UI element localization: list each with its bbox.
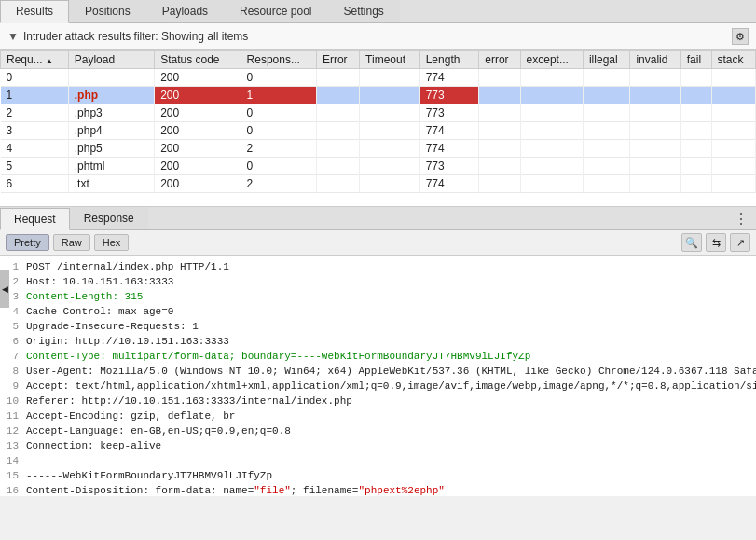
code-line: 14 xyxy=(0,453,756,468)
col-header-payload[interactable]: Payload xyxy=(68,51,154,69)
line-content: Cache-Control: max-age=0 xyxy=(26,304,756,319)
format-pretty-btn[interactable]: Pretty xyxy=(6,234,49,251)
table-row[interactable]: 0 200 0 774 xyxy=(1,69,756,87)
code-line: 3Content-Length: 315 xyxy=(0,289,756,304)
tab-results[interactable]: Results xyxy=(0,0,69,23)
line-number: 11 xyxy=(0,408,26,423)
line-content: Connection: keep-alive xyxy=(26,438,756,453)
line-number: 13 xyxy=(0,438,26,453)
col-header-status[interactable]: Status code xyxy=(155,51,241,69)
code-line: 5Upgrade-Insecure-Requests: 1 xyxy=(0,319,756,334)
line-number: 7 xyxy=(0,349,26,364)
line-content: Referer: http://10.10.151.163:3333/inter… xyxy=(26,394,756,408)
top-tabs-bar: Results Positions Payloads Resource pool… xyxy=(0,0,756,23)
code-line: 6Origin: http://10.10.151.163:3333 xyxy=(0,334,756,349)
line-content xyxy=(26,453,756,468)
line-content: Upgrade-Insecure-Requests: 1 xyxy=(26,319,756,334)
line-content: ------WebKitFormBoundaryJT7HBMV9lLJIfyZp xyxy=(26,468,756,483)
tab-settings[interactable]: Settings xyxy=(327,0,399,22)
col-header-timeout[interactable]: Timeout xyxy=(360,51,420,69)
code-line: 8User-Agent: Mozilla/5.0 (Windows NT 10.… xyxy=(0,364,756,379)
tab-resource-pool[interactable]: Resource pool xyxy=(224,0,327,22)
req-tabs-bar: Request Response ⋮ xyxy=(0,207,756,230)
line-number: 14 xyxy=(0,453,26,468)
line-number: 5 xyxy=(0,319,26,334)
line-number: 10 xyxy=(0,394,26,408)
code-line: 1POST /internal/index.php HTTP/1.1 xyxy=(0,259,756,274)
line-content: Origin: http://10.10.151.163:3333 xyxy=(26,334,756,349)
code-line: 16Content-Disposition: form-data; name="… xyxy=(0,483,756,496)
line-number: 8 xyxy=(0,364,26,379)
table-row[interactable]: 6 .txt 200 2 774 xyxy=(1,175,756,193)
insert-icon[interactable]: ↗ xyxy=(730,233,750,252)
filter-bar: ▼ Intruder attack results filter: Showin… xyxy=(0,23,756,50)
code-line: 2Host: 10.10.151.163:3333 xyxy=(0,274,756,289)
col-header-except[interactable]: except... xyxy=(520,51,583,69)
filter-icon: ▼ xyxy=(7,30,19,43)
code-line: 11Accept-Encoding: gzip, deflate, br xyxy=(0,408,756,423)
results-table: Requ... ▲ Payload Status code Respons...… xyxy=(0,50,756,193)
code-line: 10Referer: http://10.10.151.163:3333/int… xyxy=(0,394,756,408)
col-header-response[interactable]: Respons... xyxy=(241,51,316,69)
code-line: 7Content-Type: multipart/form-data; boun… xyxy=(0,349,756,364)
tab-response[interactable]: Response xyxy=(70,207,148,229)
wrap-icon[interactable]: ⇆ xyxy=(706,233,726,252)
line-number: 9 xyxy=(0,379,26,394)
filter-text: Intruder attack results filter: Showing … xyxy=(23,30,732,43)
col-header-request[interactable]: Requ... ▲ xyxy=(1,51,69,69)
filter-config-btn[interactable]: ⚙ xyxy=(732,28,749,45)
table-row[interactable]: 3 .php4 200 0 774 xyxy=(1,122,756,140)
format-raw-btn[interactable]: Raw xyxy=(53,234,90,251)
tab-request[interactable]: Request xyxy=(0,208,70,230)
table-row[interactable]: 4 .php5 200 2 774 xyxy=(1,140,756,158)
code-line: 12Accept-Language: en-GB,en-US;q=0.9,en;… xyxy=(0,423,756,438)
col-header-error[interactable]: Error xyxy=(316,51,359,69)
code-line: 4Cache-Control: max-age=0 xyxy=(0,304,756,319)
line-content: Accept-Language: en-GB,en-US;q=0.9,en;q=… xyxy=(26,423,756,438)
col-header-fail[interactable]: fail xyxy=(680,51,711,69)
left-collapse-arrow[interactable]: ◀ xyxy=(0,270,9,308)
line-number: 15 xyxy=(0,468,26,483)
table-row[interactable]: 2 .php3 200 0 773 xyxy=(1,104,756,122)
line-content: User-Agent: Mozilla/5.0 (Windows NT 10.0… xyxy=(26,364,756,379)
tab-payloads[interactable]: Payloads xyxy=(146,0,224,22)
col-header-error2[interactable]: error xyxy=(479,51,520,69)
code-line: 13Connection: keep-alive xyxy=(0,438,756,453)
line-content: POST /internal/index.php HTTP/1.1 xyxy=(26,259,756,274)
line-number: 6 xyxy=(0,334,26,349)
col-header-stack[interactable]: stack xyxy=(711,51,756,69)
table-row[interactable]: 1 .php 200 1 773 xyxy=(1,87,756,104)
tab-positions[interactable]: Positions xyxy=(69,0,146,22)
line-content: Content-Length: 315 xyxy=(26,289,756,304)
col-header-illegal[interactable]: illegal xyxy=(583,51,629,69)
results-table-area: Requ... ▲ Payload Status code Respons...… xyxy=(0,50,756,207)
line-content: Accept: text/html,application/xhtml+xml,… xyxy=(26,379,756,394)
req-menu-btn[interactable]: ⋮ xyxy=(726,208,756,229)
code-line: 15------WebKitFormBoundaryJT7HBMV9lLJIfy… xyxy=(0,468,756,483)
line-content: Accept-Encoding: gzip, deflate, br xyxy=(26,408,756,423)
format-bar: Pretty Raw Hex 🔍 ⇆ ↗ xyxy=(0,230,756,256)
line-content: Host: 10.10.151.163:3333 xyxy=(26,274,756,289)
col-header-length[interactable]: Length xyxy=(419,51,479,69)
line-content: Content-Type: multipart/form-data; bound… xyxy=(26,349,756,364)
code-area: 1POST /internal/index.php HTTP/1.12Host:… xyxy=(0,256,756,496)
format-hex-btn[interactable]: Hex xyxy=(94,234,130,251)
line-number: 12 xyxy=(0,423,26,438)
table-row[interactable]: 5 .phtml 200 0 773 xyxy=(1,158,756,175)
line-content: Content-Disposition: form-data; name="fi… xyxy=(26,483,756,496)
code-line: 9Accept: text/html,application/xhtml+xml… xyxy=(0,379,756,394)
col-header-invalid[interactable]: invalid xyxy=(630,51,680,69)
line-number: 16 xyxy=(0,483,26,496)
search-off-icon[interactable]: 🔍 xyxy=(681,233,702,252)
